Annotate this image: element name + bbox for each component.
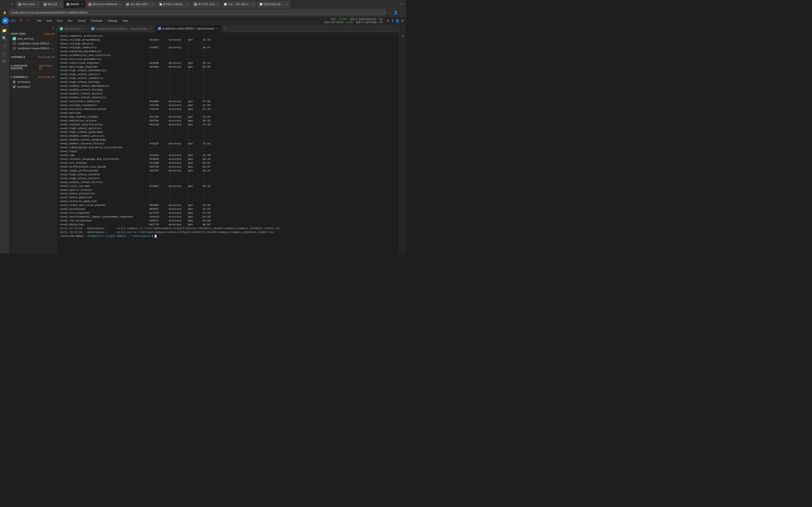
open-tab-item-2[interactable]: > root@intern-studio-060913: ~/opencompa… — [9, 46, 57, 51]
row-hash-26: - — [149, 134, 169, 138]
right-panel-icon-2[interactable]: ⚙ — [400, 33, 406, 39]
row-hash-11: - — [149, 76, 169, 80]
git-activity-icon[interactable]: ⎇ — [1, 43, 8, 49]
menu-icon[interactable]: ⋮ — [400, 11, 403, 14]
table-row: ceval-high_school_biology ---- — [60, 80, 396, 84]
refresh-button[interactable]: ↻ — [51, 26, 56, 31]
editor-tab-2[interactable]: root@intern-studio-060913: ~/opencompass… — [155, 25, 222, 32]
editor-tab-1[interactable]: root@intern-studio-060913: ~/opencompass… — [89, 25, 155, 32]
upload-icon[interactable]: ⬆ — [387, 19, 390, 23]
extensions-icon[interactable]: ⧉ — [1, 58, 8, 65]
search-icon[interactable]: 🔍 — [1, 35, 8, 42]
kernels-shutdown-button[interactable]: Shut Down All — [38, 56, 55, 58]
url-input[interactable] — [8, 10, 387, 15]
browser-tab-6[interactable]: ✏ 第六节课—作业 ✕ — [192, 1, 221, 8]
terminal-label-0: terminals/1 — [17, 80, 31, 83]
run-icon[interactable]: ▷ — [1, 50, 8, 57]
browser-tab-7[interactable]: 📝 作业：书生·浦语大… ✕ — [221, 1, 257, 8]
tab-close-2[interactable]: ✕ — [81, 3, 83, 6]
menu-item-edit[interactable]: Edit — [45, 18, 54, 23]
row-name-12: ceval-high_school_biology — [60, 80, 147, 84]
tab-close-4[interactable]: ✕ — [152, 3, 154, 6]
editor-tab-close-2[interactable]: ✕ — [216, 27, 219, 30]
row-name-29: ceval-ideological_and_moral_cultivation — [60, 146, 147, 150]
browser-tab-8[interactable]: 📊 结营学员登记表 -… ✕ — [257, 1, 291, 8]
tab-close-5[interactable]: ✕ — [187, 3, 189, 6]
row-hash-42: - — [149, 196, 169, 200]
add-tab-button[interactable]: + — [222, 26, 228, 31]
open-tab-item-1[interactable]: > root@intern-studio-060913: ~/opencompa… — [9, 41, 57, 46]
browser-tab-0[interactable]: 🪨 stone-cloud ✕ — [16, 1, 41, 8]
browser-tab-3[interactable]: 🐙 github InternLM/tutorial ✕ — [86, 1, 123, 8]
forward-icon[interactable]: → — [6, 2, 10, 6]
editor-tab-close-0[interactable]: ✕ — [83, 27, 85, 31]
open-tabs-header[interactable]: OPEN TABS Close All — [9, 32, 57, 36]
tab-label-0: stone-cloud — [22, 3, 35, 6]
close-all-button[interactable]: Close All — [45, 33, 55, 35]
settings-icon[interactable]: ⚙ — [401, 19, 404, 23]
row-hash-36: - — [149, 173, 169, 177]
menu-item-file[interactable]: File — [35, 18, 44, 23]
compass-icon[interactable]: ◠ — [25, 17, 32, 24]
tab-close-3[interactable]: ✕ — [119, 3, 121, 6]
editor-tab-0[interactable]: web_demo.py ✕ — [57, 25, 89, 32]
bookmark-icon[interactable]: ☆ — [389, 11, 392, 14]
back-icon[interactable]: ← — [2, 2, 5, 6]
tab-close-0[interactable]: ✕ — [37, 3, 39, 6]
menu-item-kernel[interactable]: Kernel — [75, 18, 88, 23]
tab-close-7[interactable]: ✕ — [252, 3, 254, 6]
editor-tab-close-1[interactable]: ✕ — [150, 27, 152, 31]
tab-close-8[interactable]: ✕ — [286, 3, 288, 6]
browser-nav-controls[interactable]: ← → ↻ — [2, 2, 14, 6]
tab-label-8: 结营学员登记表 -… — [263, 3, 284, 6]
menu-item-run[interactable]: Run — [65, 18, 75, 23]
menu-item-settings[interactable]: Settings — [105, 18, 120, 23]
table-row: ceval-ideological_and_moral_cultivation … — [60, 146, 396, 150]
user-icon[interactable]: 👤 — [395, 19, 400, 23]
menu-item-terminals[interactable]: Terminals — [89, 18, 105, 23]
terminal-content[interactable]: ceval-computer_architecture ----ceval-co… — [57, 32, 399, 253]
download-icon[interactable]: ⬇ — [391, 19, 394, 23]
lang-servers-shutdown-button[interactable]: Shut Down All — [39, 64, 55, 70]
tab-close-6[interactable]: ✕ — [217, 3, 219, 6]
row-metric-45: accuracy — [169, 207, 188, 211]
row-name-41: ceval-plant_protection — [60, 192, 147, 196]
row-hash-3: e78857 — [149, 46, 169, 50]
open-tab-label-2: root@intern-studio-060913: ~/opencompass — [17, 47, 55, 50]
lang-servers-header[interactable]: ▾ LANGUAGE SERVERS Shut Down All — [9, 63, 57, 71]
browser-tab-2[interactable]: W WebIDE ✕ — [64, 1, 86, 8]
terminals-header[interactable]: ▾ TERMINALS Shut Down All — [9, 75, 57, 79]
browser-tab-4[interactable]: 📚 书生·浦语大模型… ✕ — [124, 1, 156, 8]
terminal-prompt[interactable]: (internlm-demo) root@intern-studio-06091… — [60, 234, 396, 238]
new-tab-button[interactable]: + — [399, 2, 404, 6]
row-name-5: ceval-probability_and_statistics — [60, 54, 147, 57]
refresh-icon[interactable]: ↻ — [11, 2, 14, 6]
cursor — [155, 235, 157, 238]
row-score-11: - — [203, 76, 217, 80]
menu-item-help[interactable]: Help — [120, 18, 131, 23]
terminal-item-1[interactable]: ▶ terminals/2 — [9, 84, 57, 89]
terminals-shutdown-all-button[interactable]: Shut Down All — [38, 76, 55, 78]
row-name-34: ceval-professional_tour_guide — [60, 165, 147, 169]
table-row: ceval-high_school_history ---- — [60, 177, 396, 181]
log-text-1: 02/21 19:54:09 - OpenCompass - - write c… — [60, 231, 274, 234]
right-panel-icon-1[interactable]: ⬡ — [400, 27, 406, 32]
explorer-icon[interactable]: 📁 — [1, 27, 8, 34]
table-row: ceval-high_school_chinese ---- — [60, 173, 396, 177]
vscode-icon[interactable]: </> — [10, 17, 16, 24]
row-type-11: - — [188, 76, 203, 80]
tab-close-1[interactable]: ✕ — [59, 3, 61, 6]
row-name-1: ceval-college_programming — [60, 38, 147, 42]
git-icon[interactable]: Y — [17, 17, 24, 24]
browser-tab-5[interactable]: 📋 春节卷王专场信息… ✕ — [157, 1, 191, 8]
menu-item-view[interactable]: View — [54, 18, 65, 23]
kernels-header[interactable]: ▾ KERNELS Shut Down All — [9, 55, 57, 59]
terminal-item-0[interactable]: ▶ terminals/1 — [9, 79, 57, 84]
profile-icon[interactable]: 👤 — [394, 11, 398, 14]
row-hash-49: 6e277d — [149, 223, 169, 227]
cpu-label: CPU — [331, 18, 336, 21]
browser-tab-1[interactable]: ☁ 我的云盘 ✕ — [41, 1, 63, 8]
table-row: ceval-middle_school_geography ---- — [60, 138, 396, 142]
table-row: ceval-marxism ---- — [60, 111, 396, 115]
open-tab-item-0[interactable]: py web_demo.py — [9, 36, 57, 41]
